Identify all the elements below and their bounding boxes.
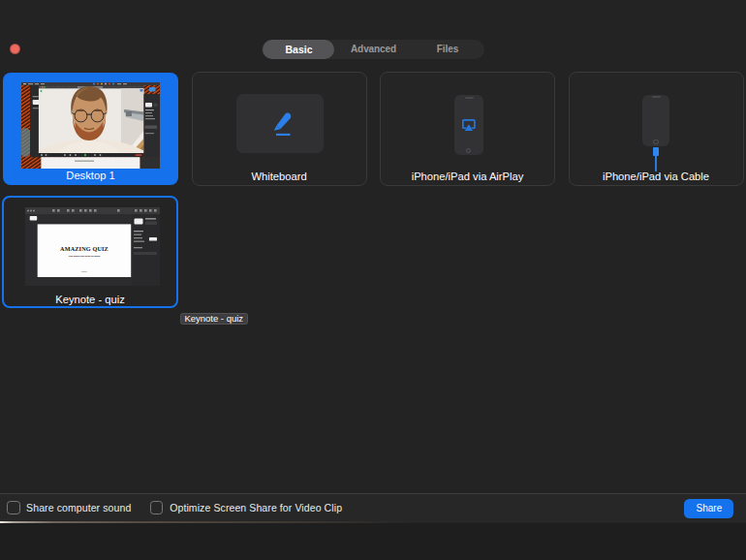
- svg-text:AMAZING QUIZ: AMAZING QUIZ: [60, 245, 109, 252]
- svg-text:apple: apple: [81, 270, 88, 273]
- svg-text:This would look great on Zoom: This would look great on Zoom: [69, 255, 100, 257]
